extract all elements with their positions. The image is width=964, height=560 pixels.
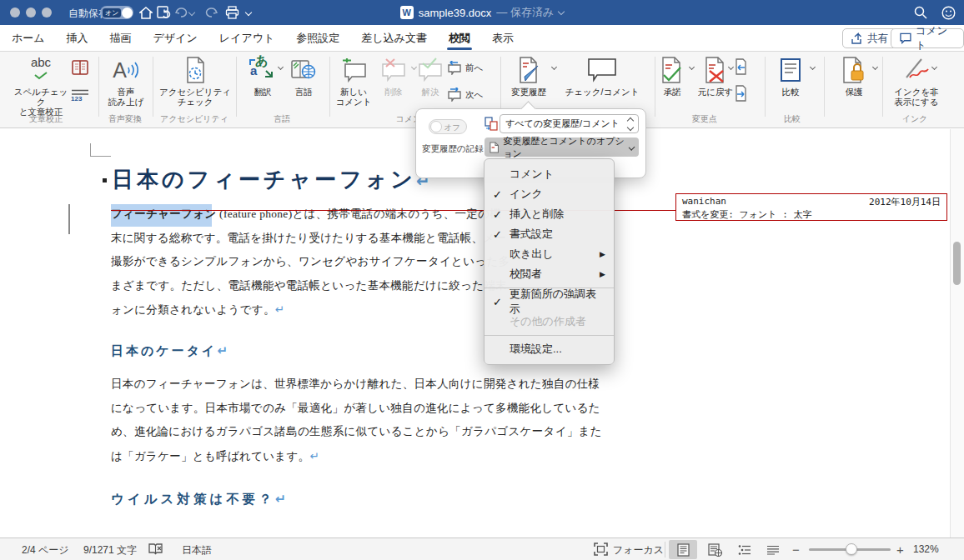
accept-change-button[interactable]: 承諾 <box>657 55 687 97</box>
zoom-level[interactable]: 132% <box>913 543 939 555</box>
page-indicator[interactable]: 2/4 ページ <box>22 543 69 558</box>
resolve-comment-button: 解決 <box>415 55 445 97</box>
menu-item-ink[interactable]: ✓インク <box>485 184 614 204</box>
save-status: — 保存済み <box>496 5 554 20</box>
menu-item-balloons[interactable]: 吹き出し▶ <box>485 244 614 264</box>
delete-comment-button: 削除 <box>377 55 410 97</box>
document-heading-1[interactable]: 日本のフィーチャーフォン↵ <box>112 165 430 194</box>
menu-item-reviewers[interactable]: 校閲者▶ <box>485 264 614 284</box>
tab-view[interactable]: 表示 <box>492 25 514 52</box>
accessibility-icon <box>183 55 207 85</box>
tab-review[interactable]: 校閲 <box>449 25 470 52</box>
vertical-scrollbar[interactable] <box>950 129 964 538</box>
revision-date: 2012年10月14日 <box>869 196 941 208</box>
menu-item-comments[interactable]: コメント <box>485 164 614 184</box>
word-count-icon: 123 <box>71 88 89 102</box>
focus-mode-icon[interactable] <box>594 542 608 558</box>
protect-chevron[interactable] <box>872 64 878 70</box>
revision-change-bar <box>68 204 70 234</box>
accept-chevron[interactable] <box>689 64 695 70</box>
previous-comment-button[interactable]: 前へ <box>447 61 483 75</box>
scrollbar-thumb[interactable] <box>953 242 961 285</box>
window-title: W sample39.docx — 保存済み <box>0 0 964 25</box>
title-chevron[interactable] <box>558 8 565 14</box>
text-line: 撮影ができるシンプルフォンから、ワンセグやおサイフケータイといった多 <box>111 250 510 274</box>
reject-change-button[interactable]: 元に戻す <box>697 55 734 97</box>
outline-view-button[interactable] <box>731 540 759 559</box>
check-icon: ✓ <box>493 296 510 308</box>
share-button[interactable]: 共有 <box>842 28 897 48</box>
tab-references[interactable]: 参照設定 <box>296 25 339 52</box>
protect-button[interactable]: 保護 <box>837 55 871 97</box>
display-for-review-select[interactable]: すべての変更履歴/コメント <box>500 114 639 133</box>
zoom-slider-thumb[interactable] <box>846 543 857 555</box>
previous-change-button[interactable] <box>734 58 747 75</box>
tab-layout[interactable]: レイアウト <box>219 25 275 52</box>
check-icon: ✓ <box>493 228 510 241</box>
previous-comment-icon <box>447 61 462 75</box>
paragraph-2[interactable]: 日本のフィーチャーフォンは、世界標準からかけ離れた、日本人向けに開発された独自の… <box>111 372 602 468</box>
return-mark: ↵ <box>275 492 289 507</box>
markup-options-button[interactable]: 変更履歴とコメントのオプション <box>485 138 639 157</box>
check-comment-button[interactable]: チェック/コメント <box>564 55 640 97</box>
submenu-arrow-icon: ▶ <box>600 250 605 258</box>
share-label: 共有 <box>867 32 888 46</box>
menu-item-formatting[interactable]: ✓書式設定 <box>485 224 614 244</box>
tab-draw[interactable]: 描画 <box>110 25 132 52</box>
word-count-button[interactable]: 123 <box>71 88 89 102</box>
translate-button[interactable]: あ a 翻訳 <box>244 55 282 97</box>
text-line: まざまです。ただし、電話機能や電話帳といった基本機能だけに絞った端末 <box>111 274 510 298</box>
word-count-indicator[interactable]: 9/1271 文字 <box>83 543 137 558</box>
compare-chevron[interactable] <box>810 64 816 70</box>
draft-view-button[interactable] <box>759 540 787 559</box>
tab-home[interactable]: ホーム <box>12 25 45 52</box>
spelling-icon: abc <box>31 55 51 85</box>
paragraph-1[interactable]: フィーチャーフォン (feature phone)とは、携帯電話の端末のうち、一… <box>111 202 510 322</box>
feedback-smiley-icon[interactable] <box>940 4 956 21</box>
margin-corner-mark <box>90 143 111 157</box>
markup-options-label: 変更履歴とコメントのオプション <box>503 135 625 160</box>
read-aloud-button[interactable]: A 音声 読み上げ <box>102 55 150 107</box>
return-mark: ↵ <box>217 343 230 358</box>
protect-icon <box>841 55 866 85</box>
group-changes-label: 変更点 <box>692 113 717 125</box>
track-changes-toggle[interactable]: オフ <box>429 119 467 134</box>
zoom-out-button[interactable]: − <box>792 542 800 557</box>
new-comment-button[interactable]: 新しい コメント <box>334 55 374 107</box>
print-layout-view-button[interactable] <box>669 540 697 559</box>
tab-design[interactable]: デザイン <box>153 25 198 52</box>
document-canvas[interactable]: 日本のフィーチャーフォン↵ フィーチャーフォン (feature phone)と… <box>0 129 964 538</box>
submenu-arrow-icon: ▶ <box>600 270 605 278</box>
revision-description: 書式を変更: フォント : 太字 <box>682 208 941 221</box>
hide-ink-button[interactable]: インクを非 表示にする <box>891 55 942 107</box>
language-button[interactable]: 言語 <box>287 55 320 97</box>
track-changes-chevron[interactable] <box>551 64 557 70</box>
search-icon[interactable] <box>912 4 929 21</box>
next-comment-button[interactable]: 次へ <box>447 88 483 102</box>
zoom-in-button[interactable]: + <box>896 542 904 557</box>
track-changes-button[interactable]: 変更履歴 <box>507 55 550 97</box>
tab-insert[interactable]: 挿入 <box>67 25 88 52</box>
previous-change-icon <box>734 58 747 75</box>
language-indicator[interactable]: 日本語 <box>182 543 212 558</box>
comments-button[interactable]: コメント <box>891 28 964 48</box>
next-change-button[interactable] <box>734 85 747 102</box>
menu-item-insertions-deletions[interactable]: ✓挿入と削除 <box>485 204 614 224</box>
menu-item-highlight-updates[interactable]: ✓更新箇所の強調表示 <box>485 292 614 312</box>
paragraph-mark <box>103 178 107 182</box>
document-heading-3[interactable]: ウイルス対策は不要？↵ <box>111 491 289 508</box>
proofing-status-icon[interactable] <box>148 542 163 558</box>
web-layout-view-button[interactable] <box>700 540 729 559</box>
focus-mode-label[interactable]: フォーカス <box>613 543 664 558</box>
tab-mailings[interactable]: 差し込み文書 <box>361 25 427 52</box>
select-stepper <box>628 118 633 130</box>
document-heading-2[interactable]: 日本のケータイ↵ <box>111 343 230 359</box>
revision-balloon[interactable]: wanichan 2012年10月14日 書式を変更: フォント : 太字 <box>675 193 947 221</box>
menu-item-preferences[interactable]: 環境設定... <box>485 339 614 359</box>
compare-button[interactable]: 比較 <box>774 55 807 97</box>
group-accessibility-label: アクセシビリティ <box>160 113 228 125</box>
return-mark: ↵ <box>309 449 319 462</box>
thesaurus-button[interactable] <box>72 60 88 75</box>
spelling-grammar-button[interactable]: abc スペルチェック と文章校正 <box>13 55 68 117</box>
accessibility-check-button[interactable]: アクセシビリティ チェック <box>158 55 232 107</box>
